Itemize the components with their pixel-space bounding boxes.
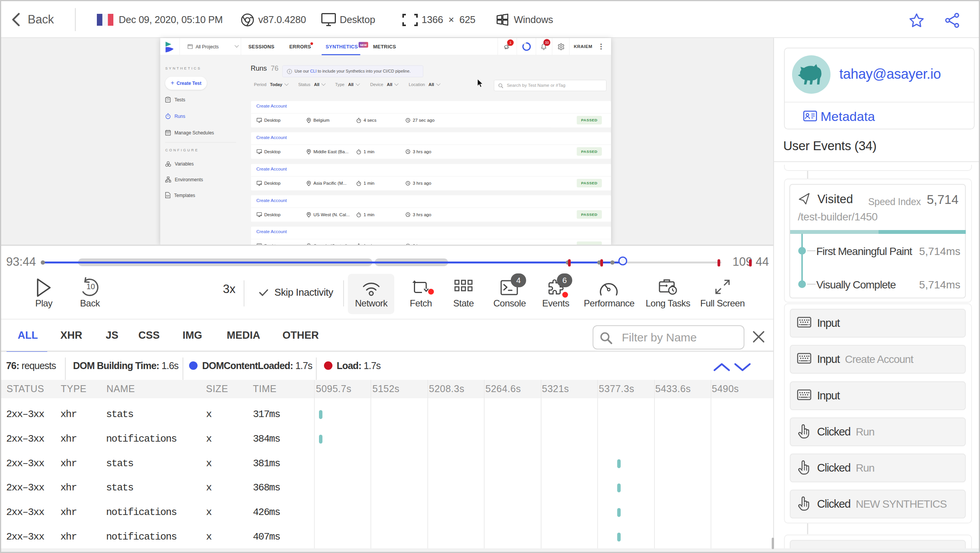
svg-text:10: 10 (86, 282, 95, 291)
